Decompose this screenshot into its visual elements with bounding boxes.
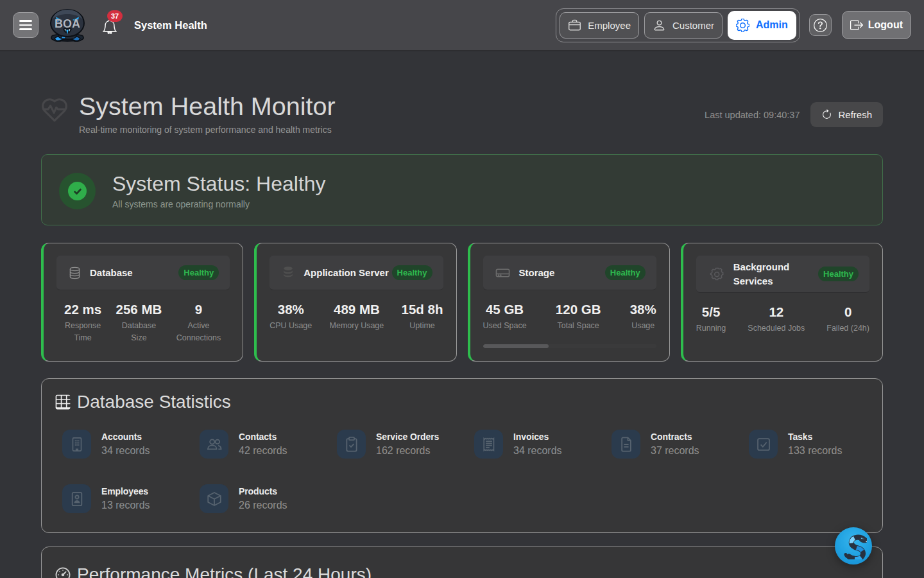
svg-text:BOA: BOA: [55, 17, 80, 30]
